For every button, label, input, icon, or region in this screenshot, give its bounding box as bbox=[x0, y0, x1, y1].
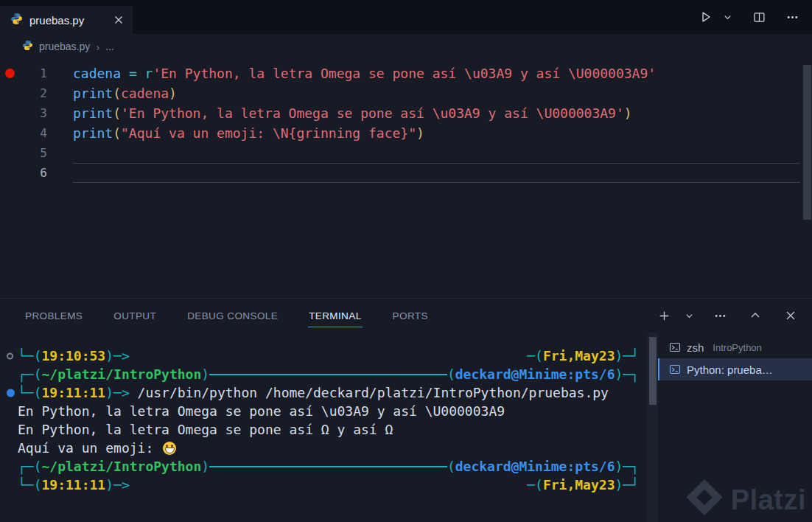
text-token: ~/platzi/IntroPython bbox=[42, 459, 202, 474]
editor-more-actions-icon[interactable] bbox=[783, 7, 802, 27]
text-token: deckard@Minime:pts/6 bbox=[455, 459, 615, 474]
command-decoration-hollow[interactable] bbox=[7, 352, 13, 359]
code-line-2: 2print(cadena) bbox=[0, 83, 812, 103]
command-decoration-filled[interactable] bbox=[7, 389, 15, 397]
text-token: ─( bbox=[527, 348, 543, 363]
terminal-scrollbar-thumb[interactable] bbox=[649, 337, 657, 405]
terminal-list-item-2[interactable]: Python: prueba… bbox=[658, 358, 812, 380]
text-token: ~/platzi/IntroPython bbox=[42, 366, 202, 382]
code-text: cadena = r'En Python, la letra Omega se … bbox=[73, 63, 800, 83]
breakpoint-gutter[interactable] bbox=[0, 123, 19, 143]
breakpoint-gutter[interactable] bbox=[0, 63, 19, 83]
platzi-watermark: Platzi bbox=[685, 478, 806, 522]
terminal-item-detail: IntroPython bbox=[713, 342, 762, 353]
terminal-icon bbox=[669, 363, 681, 375]
breakpoint-gutter[interactable] bbox=[0, 103, 19, 123]
text-token: )─> bbox=[105, 477, 130, 493]
text-token: ─( bbox=[527, 477, 543, 493]
maximize-panel-chevron-up-icon[interactable] bbox=[746, 306, 765, 325]
text-token: )─┐ bbox=[615, 366, 639, 382]
text-token: print bbox=[73, 125, 113, 141]
prompt-segment: (deckard@Minime:pts/6)─┐ bbox=[447, 366, 639, 382]
panel-more-actions-icon[interactable] bbox=[710, 306, 729, 325]
code-text: print(cadena) bbox=[73, 83, 800, 103]
code-line-6: 6 bbox=[0, 163, 812, 183]
text-token: )─> bbox=[105, 348, 130, 363]
text-token: 19:11:11 bbox=[42, 385, 106, 400]
terminal-output[interactable]: └─(19:10:53)─>─(Fri,May23)─┘┌─(~/platzi/… bbox=[0, 333, 648, 522]
vscode-window: pruebas.py pr bbox=[0, 0, 812, 522]
code-line-4: 4print("Aquí va un emoji: \N{grinning fa… bbox=[0, 123, 812, 143]
text-token: print bbox=[73, 105, 113, 121]
panel-tab-ports[interactable]: PORTS bbox=[392, 304, 429, 327]
text-token: ( bbox=[447, 366, 455, 382]
panel-tab-problems[interactable]: PROBLEMS bbox=[24, 304, 83, 327]
text-token: "Aquí va un emoji: \N{grinning face}" bbox=[121, 125, 416, 141]
tab-pruebas-py[interactable]: pruebas.py bbox=[0, 6, 133, 34]
text-token bbox=[137, 66, 145, 81]
code-text bbox=[73, 163, 800, 183]
tab-label: pruebas.py bbox=[29, 14, 105, 27]
code-line-1: 1cadena = r'En Python, la letra Omega se… bbox=[0, 63, 812, 83]
line-number: 1 bbox=[19, 66, 47, 80]
python-file-icon bbox=[22, 40, 33, 53]
text-token: ) bbox=[201, 459, 209, 474]
prompt-segment: ─(Fri,May23)─┘ bbox=[527, 477, 639, 493]
code-editor[interactable]: 1cadena = r'En Python, la letra Omega se… bbox=[0, 59, 812, 298]
text-token: En Python, la letra Omega se pone así Ω … bbox=[18, 422, 393, 437]
terminal-list-item-1[interactable]: zshIntroPython bbox=[658, 336, 812, 358]
terminal-line-1: └─(19:10:53)─>─(Fri,May23)─┘ bbox=[0, 347, 648, 365]
panel-tab-terminal[interactable]: TERMINAL bbox=[308, 304, 362, 327]
text-token: Aquí va un emoji: bbox=[18, 440, 161, 456]
text-token: ( bbox=[113, 86, 121, 101]
breadcrumb-symbol[interactable]: ... bbox=[105, 41, 114, 52]
new-terminal-plus-icon[interactable] bbox=[654, 306, 673, 325]
close-panel-icon[interactable] bbox=[781, 306, 800, 325]
breakpoint-gutter[interactable] bbox=[0, 143, 19, 163]
text-token: └─( bbox=[18, 477, 42, 493]
run-dropdown-chevron-icon[interactable] bbox=[722, 7, 732, 27]
breadcrumb-chevron-icon: › bbox=[96, 41, 99, 53]
breakpoint-gutter[interactable] bbox=[0, 83, 19, 103]
code-line-3: 3print('En Python, la letra Omega se pon… bbox=[0, 103, 812, 123]
breadcrumb: pruebas.py › ... bbox=[0, 34, 812, 59]
text-token: print bbox=[73, 86, 113, 101]
editor-scrollbar[interactable] bbox=[803, 65, 811, 220]
terminal-line-8: └─(19:11:11)─>─(Fri,May23)─┘ bbox=[0, 476, 648, 494]
terminal-scrollbar[interactable] bbox=[648, 333, 658, 522]
panel-tab-output[interactable]: OUTPUT bbox=[113, 304, 157, 327]
text-token: ) bbox=[624, 105, 632, 121]
text-token: Fri,May23 bbox=[543, 477, 615, 493]
text-token: 'En Python, la letra Omega se pone así \… bbox=[121, 105, 624, 121]
editor-tab-bar: pruebas.py bbox=[0, 0, 812, 34]
run-button[interactable] bbox=[696, 7, 715, 27]
text-token: = bbox=[129, 66, 137, 81]
python-file-icon bbox=[10, 13, 23, 27]
code-lines: 1cadena = r'En Python, la letra Omega se… bbox=[0, 63, 812, 183]
breakpoint-gutter[interactable] bbox=[0, 163, 19, 183]
platzi-watermark-text: Platzi bbox=[731, 484, 806, 516]
split-editor-icon[interactable] bbox=[749, 7, 769, 27]
panel-body: └─(19:10:53)─>─(Fri,May23)─┘┌─(~/platzi/… bbox=[0, 333, 812, 522]
text-token: 19:10:53 bbox=[42, 348, 106, 363]
panel-tab-debug-console[interactable]: DEBUG CONSOLE bbox=[186, 304, 279, 327]
text-token: ) bbox=[416, 125, 424, 141]
text-token: cadena bbox=[73, 66, 121, 81]
panel-header: PROBLEMSOUTPUTDEBUG CONSOLETERMINALPORTS bbox=[0, 299, 812, 333]
breakpoint-dot[interactable] bbox=[5, 69, 15, 78]
text-token: deckard@Minime:pts/6 bbox=[455, 366, 615, 382]
tab-close-icon[interactable] bbox=[112, 13, 125, 27]
code-text: print("Aquí va un emoji: \N{grinning fac… bbox=[73, 123, 800, 143]
terminal-dropdown-chevron-icon[interactable] bbox=[684, 306, 694, 325]
text-token: 19:11:11 bbox=[42, 477, 106, 493]
line-number: 2 bbox=[19, 86, 47, 100]
text-token: Fri,May23 bbox=[543, 348, 615, 363]
text-token: ) bbox=[201, 366, 209, 382]
prompt-segment: └─(19:10:53)─> bbox=[18, 348, 130, 363]
prompt-segment: └─(19:11:11)─> bbox=[18, 477, 130, 493]
text-token: )─┘ bbox=[615, 348, 639, 363]
prompt-segment: ┌─(~/platzi/IntroPython) bbox=[18, 366, 209, 382]
prompt-rule-line bbox=[209, 466, 447, 467]
terminal-line-7: ┌─(~/platzi/IntroPython)(deckard@Minime:… bbox=[0, 457, 648, 476]
breadcrumb-file[interactable]: pruebas.py bbox=[39, 41, 90, 52]
